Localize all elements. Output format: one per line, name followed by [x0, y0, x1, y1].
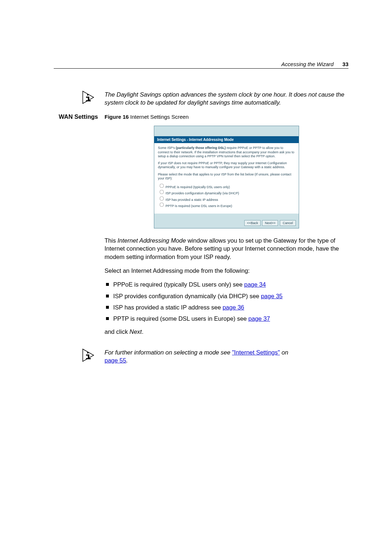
link-page-55[interactable]: page 55: [105, 357, 126, 364]
figure-caption: Figure 16 Internet Settings Screen: [105, 113, 348, 121]
link-page-34[interactable]: page 34: [244, 281, 266, 288]
svg-point-1: [87, 94, 89, 96]
intro-paragraph: This Internet Addressing Mode window all…: [105, 236, 348, 261]
figure-title: Internet Settings Screen: [129, 114, 189, 120]
header-rule: [54, 68, 348, 69]
list-item: PPPoE is required (typically DSL users o…: [105, 280, 348, 288]
radio-pppoe[interactable]: PPPoE is required (typically DSL users o…: [159, 183, 295, 189]
cancel-button[interactable]: Cancel: [280, 220, 296, 226]
daylight-note: The Daylight Savings option advances the…: [105, 90, 348, 107]
next-button[interactable]: Next>>: [262, 220, 278, 226]
header-section: Accessing the Wizard: [281, 61, 334, 67]
list-item: ISP has provided a static IP address see…: [105, 303, 348, 311]
screenshot-button-row: <<Back Next>> Cancel: [154, 214, 299, 228]
link-page-37[interactable]: page 37: [248, 315, 270, 322]
back-button[interactable]: <<Back: [244, 220, 261, 226]
screenshot-p1: Some ISP's (particularly those offering …: [158, 146, 295, 158]
wan-settings-heading: WAN Settings: [59, 113, 98, 120]
radio-static[interactable]: ISP has provided a static IP address: [159, 196, 295, 202]
screenshot-title: Internet Settings - Internet Addressing …: [154, 136, 299, 143]
link-page-36[interactable]: page 36: [222, 304, 244, 311]
radio-dhcp[interactable]: ISP provides configuration dynamically (…: [159, 190, 295, 195]
list-item: PPTP is required (some DSL users in Euro…: [105, 315, 348, 323]
svg-rect-9: [86, 358, 91, 359]
click-next-paragraph: and click Next.: [105, 328, 348, 336]
link-page-35[interactable]: page 35: [261, 293, 283, 299]
screenshot-topbar: [154, 126, 299, 136]
header-page-number: 33: [342, 61, 348, 67]
page-header: Accessing the Wizard 33: [54, 61, 348, 69]
select-mode-paragraph: Select an Internet Addressing mode from …: [105, 267, 348, 275]
link-internet-settings[interactable]: "Internet Settings": [232, 349, 280, 356]
screenshot-p3: Please select the mode that applies to y…: [158, 173, 295, 181]
internet-settings-screenshot: Internet Settings - Internet Addressing …: [154, 126, 299, 228]
info-icon: [82, 90, 98, 104]
further-info-note: For further information on selecting a m…: [105, 348, 348, 365]
mode-bullet-list: PPPoE is required (typically DSL users o…: [105, 280, 348, 323]
list-item: ISP provides configuration dynamically (…: [105, 292, 348, 300]
svg-rect-4: [86, 100, 91, 101]
svg-point-6: [87, 352, 89, 353]
screenshot-body: Some ISP's (particularly those offering …: [154, 143, 299, 214]
figure-number: Figure 16: [105, 114, 129, 120]
info-icon: [82, 348, 98, 362]
radio-pptp[interactable]: PPTP is required (some DSL users in Euro…: [159, 202, 295, 208]
screenshot-p2: If your ISP does not require PPPoE or PP…: [158, 161, 295, 170]
